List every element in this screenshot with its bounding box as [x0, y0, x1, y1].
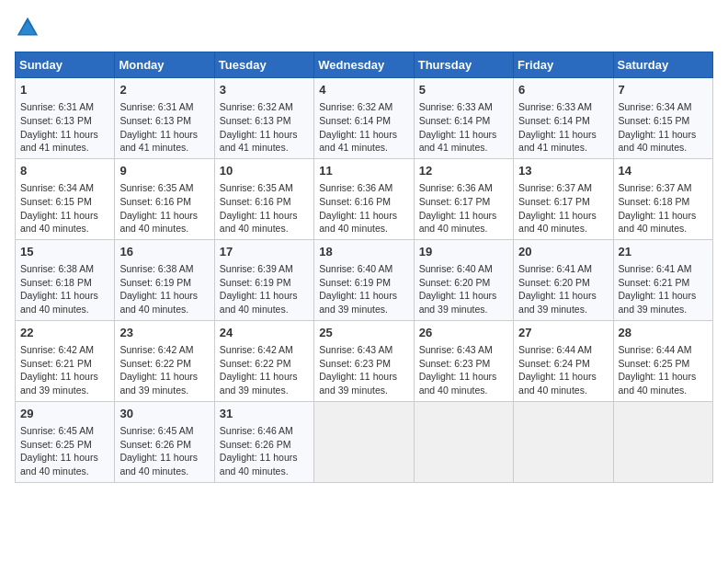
day-number: 25: [319, 325, 408, 341]
day-number: 14: [619, 163, 708, 179]
day-number: 24: [220, 325, 309, 341]
daylight-label: Daylight: 11 hours and 40 minutes.: [518, 210, 597, 235]
daylight-label: Daylight: 11 hours and 39 minutes.: [419, 290, 497, 315]
calendar-cell: 30 Sunrise: 6:45 AM Sunset: 6:26 PM Dayl…: [115, 401, 214, 482]
calendar-cell: 14 Sunrise: 6:37 AM Sunset: 6:18 PM Dayl…: [613, 158, 712, 239]
day-number: 6: [518, 82, 608, 98]
daylight-label: Daylight: 11 hours and 40 minutes.: [419, 371, 497, 396]
day-number: 19: [419, 244, 508, 260]
sunset-label: Sunset: 6:15 PM: [619, 115, 690, 126]
day-of-week-header: Friday: [514, 52, 613, 78]
sunset-label: Sunset: 6:13 PM: [119, 115, 191, 126]
day-number: 31: [220, 406, 309, 422]
daylight-label: Daylight: 11 hours and 40 minutes.: [220, 452, 298, 477]
daylight-label: Daylight: 11 hours and 40 minutes.: [419, 210, 497, 235]
day-number: 2: [119, 82, 209, 98]
daylight-label: Daylight: 11 hours and 41 minutes.: [20, 129, 98, 154]
day-number: 15: [20, 244, 109, 260]
calendar-week-row: 15 Sunrise: 6:38 AM Sunset: 6:18 PM Dayl…: [16, 239, 713, 320]
sunset-label: Sunset: 6:17 PM: [419, 196, 491, 207]
day-number: 27: [518, 325, 608, 341]
calendar-cell: 21 Sunrise: 6:41 AM Sunset: 6:21 PM Dayl…: [613, 239, 712, 320]
logo-icon: [15, 15, 40, 40]
day-number: 20: [518, 244, 608, 260]
calendar-cell: 13 Sunrise: 6:37 AM Sunset: 6:17 PM Dayl…: [514, 158, 613, 239]
sunset-label: Sunset: 6:13 PM: [220, 115, 291, 126]
calendar-cell: [613, 401, 712, 482]
sunset-label: Sunset: 6:21 PM: [619, 277, 690, 288]
sunrise-label: Sunrise: 6:41 AM: [518, 263, 592, 274]
sunset-label: Sunset: 6:14 PM: [518, 115, 590, 126]
sunrise-label: Sunrise: 6:32 AM: [220, 101, 293, 112]
sunrise-label: Sunrise: 6:38 AM: [20, 263, 94, 274]
sunrise-label: Sunrise: 6:37 AM: [518, 182, 592, 193]
sunrise-label: Sunrise: 6:34 AM: [20, 182, 94, 193]
sunrise-label: Sunrise: 6:32 AM: [319, 101, 392, 112]
calendar-table: SundayMondayTuesdayWednesdayThursdayFrid…: [15, 52, 713, 483]
sunset-label: Sunset: 6:16 PM: [220, 196, 291, 207]
day-number: 7: [619, 82, 708, 98]
day-number: 11: [319, 163, 408, 179]
daylight-label: Daylight: 11 hours and 40 minutes.: [20, 210, 98, 235]
sunrise-label: Sunrise: 6:42 AM: [20, 344, 94, 355]
day-of-week-header: Monday: [115, 52, 214, 78]
sunrise-label: Sunrise: 6:45 AM: [20, 425, 94, 436]
calendar-cell: 8 Sunrise: 6:34 AM Sunset: 6:15 PM Dayli…: [16, 158, 115, 239]
calendar-cell: 26 Sunrise: 6:43 AM Sunset: 6:23 PM Dayl…: [414, 320, 513, 401]
sunrise-label: Sunrise: 6:41 AM: [619, 263, 692, 274]
calendar-cell: 23 Sunrise: 6:42 AM Sunset: 6:22 PM Dayl…: [115, 320, 214, 401]
sunrise-label: Sunrise: 6:31 AM: [20, 101, 94, 112]
daylight-label: Daylight: 11 hours and 40 minutes.: [119, 210, 198, 235]
sunrise-label: Sunrise: 6:31 AM: [119, 101, 193, 112]
day-number: 21: [619, 244, 708, 260]
calendar-cell: 2 Sunrise: 6:31 AM Sunset: 6:13 PM Dayli…: [115, 78, 214, 159]
daylight-label: Daylight: 11 hours and 39 minutes.: [220, 371, 298, 396]
day-of-week-header: Tuesday: [214, 52, 313, 78]
daylight-label: Daylight: 11 hours and 39 minutes.: [319, 371, 397, 396]
calendar-cell: 7 Sunrise: 6:34 AM Sunset: 6:15 PM Dayli…: [613, 78, 712, 159]
sunrise-label: Sunrise: 6:44 AM: [518, 344, 592, 355]
calendar-week-row: 8 Sunrise: 6:34 AM Sunset: 6:15 PM Dayli…: [16, 158, 713, 239]
daylight-label: Daylight: 11 hours and 39 minutes.: [619, 290, 697, 315]
sunrise-label: Sunrise: 6:35 AM: [220, 182, 293, 193]
sunrise-label: Sunrise: 6:36 AM: [419, 182, 493, 193]
calendar-cell: 9 Sunrise: 6:35 AM Sunset: 6:16 PM Dayli…: [115, 158, 214, 239]
calendar-week-row: 22 Sunrise: 6:42 AM Sunset: 6:21 PM Dayl…: [16, 320, 713, 401]
sunrise-label: Sunrise: 6:37 AM: [619, 182, 692, 193]
day-number: 13: [518, 163, 608, 179]
calendar-cell: 25 Sunrise: 6:43 AM Sunset: 6:23 PM Dayl…: [314, 320, 414, 401]
calendar-cell: 31 Sunrise: 6:46 AM Sunset: 6:26 PM Dayl…: [214, 401, 313, 482]
day-number: 9: [119, 163, 209, 179]
sunset-label: Sunset: 6:24 PM: [518, 358, 590, 369]
calendar-cell: 16 Sunrise: 6:38 AM Sunset: 6:19 PM Dayl…: [115, 239, 214, 320]
calendar-cell: 10 Sunrise: 6:35 AM Sunset: 6:16 PM Dayl…: [214, 158, 313, 239]
calendar-cell: 27 Sunrise: 6:44 AM Sunset: 6:24 PM Dayl…: [514, 320, 613, 401]
day-header-row: SundayMondayTuesdayWednesdayThursdayFrid…: [16, 52, 713, 78]
sunrise-label: Sunrise: 6:43 AM: [319, 344, 392, 355]
calendar-cell: 18 Sunrise: 6:40 AM Sunset: 6:19 PM Dayl…: [314, 239, 414, 320]
day-number: 3: [220, 82, 309, 98]
sunset-label: Sunset: 6:19 PM: [220, 277, 291, 288]
sunset-label: Sunset: 6:25 PM: [20, 439, 92, 450]
day-number: 12: [419, 163, 508, 179]
day-number: 16: [119, 244, 209, 260]
daylight-label: Daylight: 11 hours and 40 minutes.: [518, 371, 597, 396]
calendar-cell: 28 Sunrise: 6:44 AM Sunset: 6:25 PM Dayl…: [613, 320, 712, 401]
sunset-label: Sunset: 6:17 PM: [518, 196, 590, 207]
sunrise-label: Sunrise: 6:40 AM: [419, 263, 493, 274]
day-number: 10: [220, 163, 309, 179]
day-number: 5: [419, 82, 508, 98]
day-number: 30: [119, 406, 209, 422]
sunset-label: Sunset: 6:22 PM: [220, 358, 291, 369]
sunrise-label: Sunrise: 6:36 AM: [319, 182, 392, 193]
sunset-label: Sunset: 6:14 PM: [419, 115, 491, 126]
day-number: 28: [619, 325, 708, 341]
calendar-cell: 4 Sunrise: 6:32 AM Sunset: 6:14 PM Dayli…: [314, 78, 414, 159]
logo: [15, 15, 44, 40]
sunset-label: Sunset: 6:23 PM: [419, 358, 491, 369]
sunrise-label: Sunrise: 6:46 AM: [220, 425, 293, 436]
sunset-label: Sunset: 6:18 PM: [619, 196, 690, 207]
sunrise-label: Sunrise: 6:39 AM: [220, 263, 293, 274]
day-number: 23: [119, 325, 209, 341]
calendar-cell: 24 Sunrise: 6:42 AM Sunset: 6:22 PM Dayl…: [214, 320, 313, 401]
